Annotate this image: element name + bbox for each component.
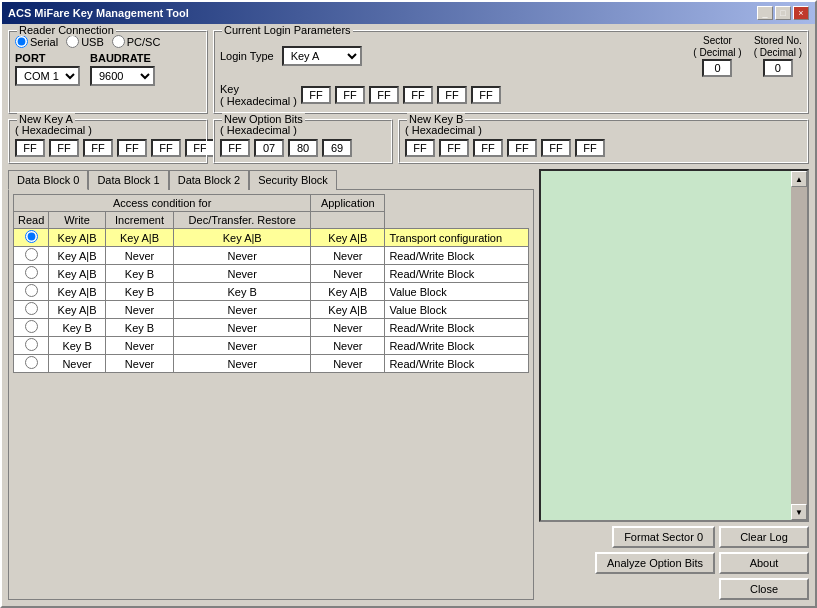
new-key-a-field-5[interactable] (185, 139, 215, 157)
table-row[interactable]: Key A|BKey BNeverNeverRead/Write Block (14, 265, 529, 283)
sector-label: Sector( Decimal ) (693, 35, 741, 59)
table-row[interactable]: Key BKey BNeverNeverRead/Write Block (14, 319, 529, 337)
new-key-a-field-2[interactable] (83, 139, 113, 157)
new-option-bits-sublabel: ( Hexadecimal ) (220, 124, 386, 136)
reader-connection-fieldset: Reader Connection Serial USB PC/SC (8, 30, 208, 114)
option-field-1[interactable] (254, 139, 284, 157)
login-type-label: Login Type (220, 50, 274, 62)
key-field-5[interactable] (471, 86, 501, 104)
minimize-button[interactable]: _ (757, 6, 773, 20)
option-field-3[interactable] (322, 139, 352, 157)
increment-cell: Never (174, 319, 311, 337)
bottom-area: Data Block 0 Data Block 1 Data Block 2 S… (8, 169, 809, 600)
scroll-up-button[interactable]: ▲ (791, 171, 807, 187)
dec-cell: Key A|B (311, 229, 385, 247)
app-cell: Transport configuration (385, 229, 529, 247)
serial-label: Serial (30, 36, 58, 48)
write-cell: Key B (105, 319, 173, 337)
new-key-b-field-2[interactable] (473, 139, 503, 157)
new-key-a-field-4[interactable] (151, 139, 181, 157)
new-key-a-field-1[interactable] (49, 139, 79, 157)
access-row-radio-4[interactable] (25, 302, 38, 315)
about-button[interactable]: About (719, 552, 809, 574)
sector-input[interactable] (702, 59, 732, 77)
new-option-bits-fields (220, 139, 386, 157)
new-key-a-field-3[interactable] (117, 139, 147, 157)
title-controls: _ □ × (757, 6, 809, 20)
key-field-0[interactable] (301, 86, 331, 104)
table-row[interactable]: Key A|BKey BKey BKey A|BValue Block (14, 283, 529, 301)
access-row-radio-6[interactable] (25, 338, 38, 351)
access-row-radio-5[interactable] (25, 320, 38, 333)
baud-select[interactable]: 9600 (90, 66, 155, 86)
new-key-a-fields (15, 139, 201, 157)
tab-security-block[interactable]: Security Block (249, 170, 337, 190)
write-cell: Never (105, 301, 173, 319)
new-option-bits-fieldset: New Option Bits ( Hexadecimal ) (213, 119, 393, 164)
new-key-b-field-0[interactable] (405, 139, 435, 157)
pcsc-radio[interactable] (112, 35, 125, 48)
new-key-a-field-0[interactable] (15, 139, 45, 157)
scroll-down-button[interactable]: ▼ (791, 504, 807, 520)
access-row-radio-2[interactable] (25, 266, 38, 279)
dec-cell: Never (311, 337, 385, 355)
key-field-3[interactable] (403, 86, 433, 104)
option-field-0[interactable] (220, 139, 250, 157)
maximize-button[interactable]: □ (775, 6, 791, 20)
read-cell: Key A|B (49, 229, 106, 247)
access-row-radio-3[interactable] (25, 284, 38, 297)
top-row: Reader Connection Serial USB PC/SC (8, 30, 809, 114)
dec-cell: Never (311, 265, 385, 283)
login-type-select[interactable]: Key A Key B (282, 46, 362, 66)
new-key-b-fields (405, 139, 802, 157)
new-key-a-fieldset: New Key A ( Hexadecimal ) (8, 119, 208, 164)
new-key-b-field-1[interactable] (439, 139, 469, 157)
option-field-2[interactable] (288, 139, 318, 157)
access-row-radio-0[interactable] (25, 230, 38, 243)
tab-content: Access condition for Application Read Wr… (8, 189, 534, 600)
read-cell: Key A|B (49, 265, 106, 283)
serial-radio[interactable] (15, 35, 28, 48)
table-row[interactable]: Key A|BNeverNeverKey A|BValue Block (14, 301, 529, 319)
main-content: Reader Connection Serial USB PC/SC (2, 24, 815, 606)
baud-label: BAUDRATE (90, 52, 155, 64)
access-row-radio-1[interactable] (25, 248, 38, 261)
access-row-radio-7[interactable] (25, 356, 38, 369)
tab-data-block-2[interactable]: Data Block 2 (169, 170, 249, 190)
close-button-main[interactable]: Close (719, 578, 809, 600)
read-cell: Never (49, 355, 106, 373)
usb-radio[interactable] (66, 35, 79, 48)
increment-cell: Key B (174, 283, 311, 301)
table-row[interactable]: Key A|BKey A|BKey A|BKey A|BTransport co… (14, 229, 529, 247)
table-row[interactable]: Key A|BNeverNeverNeverRead/Write Block (14, 247, 529, 265)
key-hex-label: Key( Hexadecimal ) (220, 83, 297, 107)
log-scrollbar[interactable]: ▲ ▼ (791, 171, 807, 520)
port-select[interactable]: COM 1 (15, 66, 80, 86)
new-key-a-label: New Key A (17, 113, 75, 125)
increment-cell: Never (174, 301, 311, 319)
key-field-1[interactable] (335, 86, 365, 104)
table-row[interactable]: NeverNeverNeverNeverRead/Write Block (14, 355, 529, 373)
format-sector-button[interactable]: Format Sector 0 (612, 526, 715, 548)
read-header: Read (14, 212, 49, 229)
new-key-b-field-3[interactable] (507, 139, 537, 157)
increment-cell: Never (174, 337, 311, 355)
tab-data-block-1[interactable]: Data Block 1 (88, 170, 168, 190)
connection-type-group: Serial USB PC/SC (15, 35, 201, 48)
new-key-b-field-4[interactable] (541, 139, 571, 157)
increment-cell: Never (174, 247, 311, 265)
key-field-4[interactable] (437, 86, 467, 104)
close-button[interactable]: × (793, 6, 809, 20)
table-row[interactable]: Key BNeverNeverNeverRead/Write Block (14, 337, 529, 355)
new-key-b-field-5[interactable] (575, 139, 605, 157)
baud-group: BAUDRATE 9600 (90, 52, 155, 86)
tab-data-block-0[interactable]: Data Block 0 (8, 170, 88, 190)
stored-input[interactable] (763, 59, 793, 77)
dec-cell: Never (311, 319, 385, 337)
login-params-fieldset: Current Login Parameters Login Type Key … (213, 30, 809, 114)
pcsc-label: PC/SC (127, 36, 161, 48)
analyze-option-button[interactable]: Analyze Option Bits (595, 552, 715, 574)
port-group: PORT COM 1 (15, 52, 80, 86)
key-field-2[interactable] (369, 86, 399, 104)
clear-log-button[interactable]: Clear Log (719, 526, 809, 548)
